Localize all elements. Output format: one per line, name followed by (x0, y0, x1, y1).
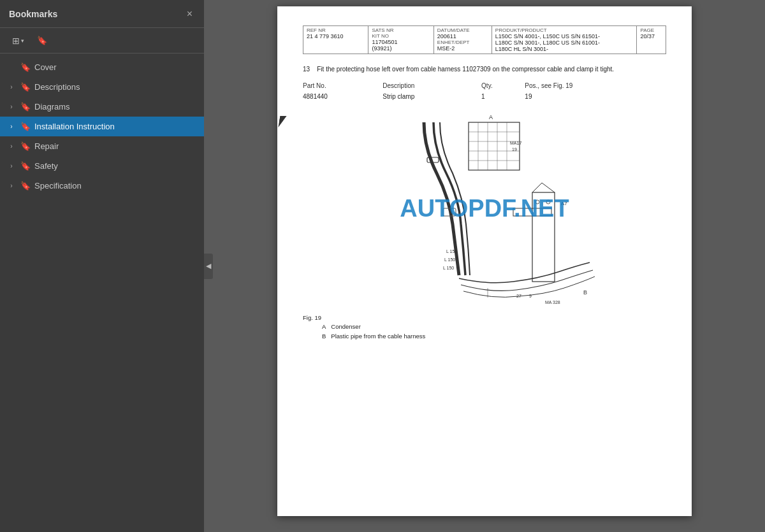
document-page: REF NR 21 4 779 3610 SATS NR KIT NO 1170… (277, 6, 692, 516)
sidebar-item-specification[interactable]: › 🔖 Specification (0, 176, 204, 196)
part-no-cell: 4881440 (303, 91, 382, 102)
page-label: PAGE (640, 27, 662, 33)
instruction-number: 13 (303, 66, 310, 73)
sidebar-item-label: Diagrams (34, 102, 195, 111)
qty-cell: 1 (481, 91, 525, 102)
instruction-body: Fit the protecting hose left over from c… (317, 66, 614, 73)
fig-label: Fig. 19 (303, 314, 321, 321)
svg-text:9: 9 (529, 294, 532, 298)
sidebar-item-diagrams[interactable]: › 🔖 Diagrams (0, 97, 204, 117)
svg-text:MA 328: MA 328 (545, 300, 560, 305)
ref-nr-value: 21 4 779 3610 (307, 33, 365, 40)
svg-text:L 150 ▼: L 150 ▼ (443, 266, 460, 270)
svg-text:L 150: L 150 (446, 249, 457, 254)
document-header-table: REF NR 21 4 779 3610 SATS NR KIT NO 1170… (303, 25, 666, 54)
sidebar-nav: 🔖 Cover › 🔖 Descriptions › 🔖 Diagrams › … (0, 54, 204, 532)
figure-line-a: A Condenser (322, 322, 666, 331)
bookmark-view-button[interactable]: 🔖 (33, 33, 52, 48)
product-value: L150C S/N 4001-, L150C US S/N 61501- (495, 33, 634, 40)
sidebar-item-repair[interactable]: › 🔖 Repair (0, 136, 204, 156)
bookmark-icon: 🔖 (20, 161, 31, 171)
pos-cell: 19 (525, 91, 666, 102)
table-row: 4881440 Strip clamp 1 19 (303, 91, 666, 102)
svg-text:27: 27 (516, 294, 521, 298)
sidebar-item-descriptions[interactable]: › 🔖 Descriptions (0, 77, 204, 97)
bookmark-icon: 🔖 (20, 82, 31, 92)
figure-caption: Fig. 19 A Condenser B Plastic pipe from … (303, 313, 666, 341)
sidebar-title: Bookmarks (9, 9, 57, 19)
sidebar-item-label: Safety (34, 161, 195, 171)
datum-label: DATUM/DATE (437, 27, 488, 33)
instruction-text: 13 Fit the protecting hose left over fro… (303, 64, 666, 74)
chevron-icon: › (6, 143, 17, 150)
svg-rect-0 (360, 110, 609, 307)
chevron-icon: › (6, 83, 17, 90)
kit-no-sub: (93921) (372, 45, 430, 52)
description-cell: Strip clamp (382, 91, 481, 102)
datum-value: 200611 (437, 33, 488, 40)
close-button[interactable]: × (184, 8, 195, 20)
sidebar-item-label: Installation Instruction (34, 122, 195, 131)
grid-icon: ⊞ (12, 36, 20, 46)
document-body: 13 Fit the protecting hose left over fro… (303, 64, 666, 341)
sidebar-item-cover[interactable]: 🔖 Cover (0, 57, 204, 77)
sidebar-item-installation[interactable]: › 🔖 Installation Instruction (0, 117, 204, 136)
sidebar-header: Bookmarks × (0, 0, 204, 28)
enhet-label: ENHET/DEPT (437, 40, 488, 45)
bookmark-icon: 🔖 (20, 102, 31, 111)
col-description: Description (382, 80, 481, 91)
col-qty: Qty. (481, 80, 525, 91)
kit-no-value: 11704501 (372, 39, 430, 45)
page-value: 20/37 (640, 33, 662, 40)
product-value2: L180C S/N 3001-, L180C US S/N 61001- (495, 40, 634, 46)
chevron-icon: › (6, 182, 17, 189)
bookmark-icon: 🔖 (20, 141, 31, 151)
bookmark-icon: 🔖 (20, 122, 31, 131)
grid-view-button[interactable]: ⊞ ▾ (8, 33, 29, 48)
svg-text:19: 19 (512, 147, 517, 152)
kit-no-label: KIT NO (372, 33, 430, 39)
bookmark-icon: 🔖 (20, 181, 31, 191)
sidebar-item-label: Cover (34, 62, 195, 72)
sidebar-collapse-button[interactable]: ◀ (204, 254, 213, 279)
fig-val-a: Condenser (331, 322, 360, 331)
parts-table: Part No. Description Qty. Pos., see Fig.… (303, 80, 666, 102)
svg-text:A: A (489, 114, 493, 120)
diagram-container: AUTOPDF.NET (303, 110, 666, 307)
figure-line-b: B Plastic pipe from the cable harness (322, 332, 666, 341)
col-pos: Pos., see Fig. 19 (525, 80, 666, 91)
product-label: PRODUKT/PRODUCT (495, 27, 634, 33)
product-value3: L180C HL S/N 3001- (495, 46, 634, 52)
sats-nr-label: SATS NR (372, 27, 430, 33)
svg-text:B: B (583, 289, 587, 296)
chevron-icon: › (6, 103, 17, 110)
figure-number: Fig. 19 (303, 313, 666, 322)
chevron-icon: › (6, 162, 17, 169)
sidebar: Bookmarks × ⊞ ▾ 🔖 🔖 Cover › 🔖 Descriptio… (0, 0, 204, 532)
enhet-value: MSE-2 (437, 45, 488, 52)
svg-text:MA17: MA17 (510, 141, 521, 145)
ref-nr-label: REF NR (307, 27, 365, 33)
main-content: REF NR 21 4 779 3610 SATS NR KIT NO 1170… (204, 0, 765, 532)
sidebar-item-label: Repair (34, 141, 195, 151)
sidebar-item-safety[interactable]: › 🔖 Safety (0, 156, 204, 176)
chevron-down-icon: ▾ (21, 38, 24, 44)
sidebar-item-label: Specification (34, 181, 195, 191)
bookmark-icon: 🔖 (37, 36, 47, 45)
technical-diagram: A MA17 19 (360, 110, 609, 307)
fig-key-b: B (322, 332, 326, 341)
svg-text:A7: A7 (561, 201, 567, 206)
fig-val-b: Plastic pipe from the cable harness (331, 332, 425, 341)
sidebar-item-label: Descriptions (34, 82, 195, 92)
svg-text:L 150.: L 150. (444, 257, 456, 262)
chevron-icon: › (6, 123, 17, 130)
bookmark-icon: 🔖 (20, 62, 31, 72)
fig-key-a: A (322, 322, 326, 331)
col-part-no: Part No. (303, 80, 382, 91)
sidebar-toolbar: ⊞ ▾ 🔖 (0, 28, 204, 54)
